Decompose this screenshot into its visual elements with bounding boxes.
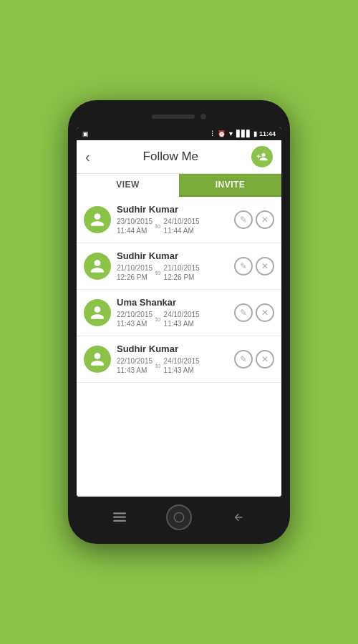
- edit-button[interactable]: ✎: [234, 257, 253, 275]
- contact-actions: ✎ ✕: [234, 210, 274, 229]
- clock: 11:44: [259, 130, 276, 137]
- contact-info: Sudhir Kumar 22/10/2015 11:43 AM to 24/1…: [117, 343, 234, 375]
- contact-name: Sudhir Kumar: [117, 204, 234, 215]
- contact-info: Sudhir Kumar 21/10/2015 12:26 PM to 21/1…: [117, 250, 234, 282]
- wifi-icon: ▼: [228, 130, 234, 137]
- contact-actions: ✎ ✕: [234, 257, 274, 275]
- app-header: ‹ Follow Me: [77, 140, 281, 174]
- contact-row: Uma Shankar 22/10/2015 11:43 AM to 24/10…: [77, 290, 281, 336]
- contact-name: Sudhir Kumar: [117, 343, 234, 354]
- contacts-list: Sudhir Kumar 23/10/2015 11:44 AM to 24/1…: [77, 197, 281, 497]
- edit-button[interactable]: ✎: [234, 350, 253, 369]
- to-label: to: [155, 316, 161, 323]
- date-from: 23/10/2015 11:44 AM: [117, 217, 153, 235]
- delete-button[interactable]: ✕: [256, 257, 274, 275]
- back-button[interactable]: ‹: [85, 149, 90, 165]
- tab-bar: VIEW INVITE: [77, 174, 281, 197]
- contact-info: Sudhir Kumar 23/10/2015 11:44 AM to 24/1…: [117, 204, 234, 235]
- avatar-icon: [90, 258, 105, 274]
- svg-rect-1: [113, 517, 126, 518]
- to-label: to: [155, 223, 161, 230]
- menu-icon: [113, 512, 126, 522]
- screen: ▣ ⋮ ⏰ ▼ ▋▋▋ ▮ 11:44 ‹ Follow Me VIEW: [77, 127, 281, 497]
- status-right: ⋮ ⏰ ▼ ▋▋▋ ▮ 11:44: [209, 130, 276, 137]
- contact-row: Sudhir Kumar 22/10/2015 11:43 AM to 24/1…: [77, 336, 281, 383]
- date-from: 21/10/2015 12:26 PM: [117, 263, 153, 282]
- delete-button[interactable]: ✕: [256, 210, 274, 229]
- edit-button[interactable]: ✎: [234, 210, 253, 229]
- avatar: [84, 206, 111, 233]
- date-to: 24/10/2015 11:44 AM: [164, 217, 200, 235]
- avatar: [84, 253, 111, 280]
- date-to: 24/10/2015 11:43 AM: [164, 310, 200, 328]
- camera: [200, 114, 206, 119]
- tab-view[interactable]: VIEW: [77, 174, 179, 197]
- contact-actions: ✎ ✕: [234, 350, 274, 369]
- vibrate-icon: ⋮: [209, 130, 216, 137]
- avatar: [84, 299, 111, 326]
- page-title: Follow Me: [143, 150, 198, 164]
- date-from: 22/10/2015 11:43 AM: [117, 310, 153, 328]
- contact-actions: ✎ ✕: [234, 303, 274, 322]
- date-from: 22/10/2015 11:43 AM: [117, 356, 153, 375]
- add-contact-button[interactable]: [251, 146, 273, 167]
- avatar-icon: [90, 305, 105, 321]
- signal-icon: ▋▋▋: [236, 130, 251, 137]
- phone-frame: ▣ ⋮ ⏰ ▼ ▋▋▋ ▮ 11:44 ‹ Follow Me VIEW: [68, 100, 290, 544]
- menu-button[interactable]: [110, 507, 130, 527]
- date-to: 24/10/2015 11:43 AM: [164, 356, 200, 375]
- svg-rect-2: [113, 520, 126, 522]
- date-range: 23/10/2015 11:44 AM to 24/10/2015 11:44 …: [117, 217, 234, 235]
- tab-invite[interactable]: INVITE: [179, 174, 281, 197]
- svg-rect-0: [113, 512, 126, 514]
- avatar-icon: [90, 351, 105, 367]
- avatar: [84, 346, 111, 373]
- speaker: [152, 114, 195, 119]
- contact-row: Sudhir Kumar 21/10/2015 12:26 PM to 21/1…: [77, 243, 281, 290]
- phone-nav-bar: [77, 499, 281, 535]
- date-range: 21/10/2015 12:26 PM to 21/10/2015 12:26 …: [117, 263, 234, 282]
- status-left-icon: ▣: [82, 130, 89, 137]
- edit-button[interactable]: ✎: [234, 303, 253, 322]
- delete-button[interactable]: ✕: [256, 303, 274, 322]
- date-range: 22/10/2015 11:43 AM to 24/10/2015 11:43 …: [117, 310, 234, 328]
- svg-point-3: [174, 512, 183, 522]
- phone-top: [77, 109, 281, 125]
- contact-row: Sudhir Kumar 23/10/2015 11:44 AM to 24/1…: [77, 197, 281, 243]
- contact-name: Uma Shankar: [117, 297, 234, 308]
- to-label: to: [155, 269, 161, 276]
- home-button[interactable]: [166, 504, 192, 530]
- date-range: 22/10/2015 11:43 AM to 24/10/2015 11:43 …: [117, 356, 234, 375]
- alarm-icon: ⏰: [218, 130, 226, 137]
- back-nav-icon: [233, 512, 244, 523]
- contact-name: Sudhir Kumar: [117, 250, 234, 261]
- back-nav-button[interactable]: [228, 507, 248, 527]
- to-label: to: [155, 362, 161, 369]
- delete-button[interactable]: ✕: [256, 350, 274, 369]
- avatar-icon: [90, 212, 105, 228]
- add-person-icon: [256, 151, 268, 162]
- contact-info: Uma Shankar 22/10/2015 11:43 AM to 24/10…: [117, 297, 234, 328]
- status-bar: ▣ ⋮ ⏰ ▼ ▋▋▋ ▮ 11:44: [77, 127, 281, 140]
- date-to: 21/10/2015 12:26 PM: [164, 263, 200, 282]
- home-icon: [173, 512, 185, 523]
- battery-icon: ▮: [253, 130, 257, 137]
- status-left: ▣: [82, 130, 89, 137]
